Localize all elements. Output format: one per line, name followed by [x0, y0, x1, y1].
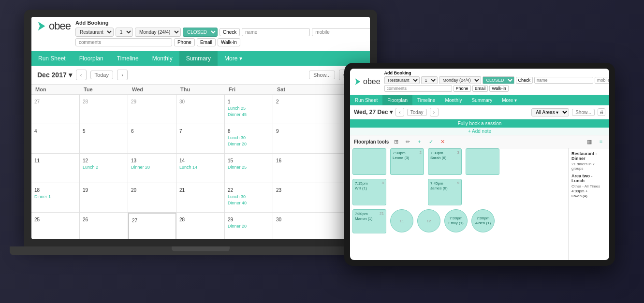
tablet-fp-tool-list[interactable]: ≡: [597, 137, 605, 146]
laptop-status-select[interactable]: CLOSED: [183, 28, 218, 37]
tablet-walkin-btn[interactable]: Walk-in: [489, 85, 509, 92]
tablet-nav-more[interactable]: More ▾: [497, 95, 522, 105]
table-row[interactable]: 27: [128, 213, 176, 239]
laptop-nav-timeline[interactable]: Timeline: [110, 51, 146, 66]
table-row[interactable]: 13 Dinner 20: [128, 154, 176, 183]
table-row[interactable]: 15 Dinner 25: [225, 154, 273, 183]
laptop-nav-runsheet[interactable]: Run Sheet: [31, 51, 73, 66]
table-row[interactable]: 11: [390, 209, 413, 232]
tablet-fp-show-btn[interactable]: Show...: [572, 109, 595, 116]
tablet-check-btn[interactable]: Check: [516, 77, 533, 84]
tablet-phone-btn[interactable]: Phone: [454, 85, 471, 92]
table-row[interactable]: 9 7:45pmJames (8): [428, 179, 462, 205]
tablet-fp-tool-delete[interactable]: ✕: [438, 137, 447, 146]
table-row[interactable]: 21: [176, 183, 225, 212]
table-row[interactable]: 27: [31, 95, 80, 124]
table-row[interactable]: 21 7:30pmManon (1): [352, 209, 386, 233]
tablet-day-select[interactable]: Monday (24/4): [439, 76, 481, 84]
laptop-table-select[interactable]: 1: [116, 28, 133, 37]
tablet-name-input[interactable]: [534, 77, 593, 84]
table-row[interactable]: 7: [176, 124, 225, 153]
tablet-nav-timeline[interactable]: Timeline: [412, 95, 440, 105]
tablet-fp-tool-resize[interactable]: ⊞: [392, 137, 400, 146]
laptop-mobile-input[interactable]: [312, 28, 370, 36]
table-row[interactable]: 18 Dinner 1: [31, 183, 80, 212]
tablet-fp-area-select[interactable]: All Areas ▾: [531, 108, 569, 116]
laptop-nav-more[interactable]: More ▾: [218, 51, 249, 66]
laptop-name-input[interactable]: [242, 28, 310, 36]
laptop-restaurant-select[interactable]: Restaurant: [75, 28, 114, 37]
laptop-walkin-btn[interactable]: Walk-in: [218, 38, 240, 46]
table-row[interactable]: 26: [80, 213, 128, 239]
table-row[interactable]: 14 Lunch 14: [176, 154, 225, 183]
tablet-restaurant-select[interactable]: Restaurant: [384, 76, 420, 84]
tablet-nav-floorplan[interactable]: Floorplan: [382, 95, 412, 105]
table-row[interactable]: 2 7:30pmLeone (3): [390, 148, 424, 175]
tablet-nav-monthly[interactable]: Monthly: [440, 95, 467, 105]
tablet-fp-tool-check[interactable]: ✓: [426, 137, 435, 146]
tablet-email-btn[interactable]: Email: [472, 85, 488, 92]
tablet-fp-next-btn[interactable]: ›: [430, 108, 439, 116]
tablet-fp-tool-edit[interactable]: ✏: [403, 137, 412, 146]
table-row[interactable]: 4: [31, 124, 80, 153]
table-row[interactable]: 12: [417, 209, 440, 232]
table-row[interactable]: 19: [80, 183, 128, 212]
table-row[interactable]: 1 Lunch 25Dinner 45: [225, 95, 273, 124]
laptop-app-header: obee Add Booking Recall Restaurant 1 Mon…: [31, 17, 370, 51]
tablet-fp-print-btn[interactable]: 🖨: [598, 108, 605, 116]
table-row[interactable]: 23: [273, 183, 322, 212]
tablet-fp-date[interactable]: Wed, 27 Dec ▾: [354, 109, 393, 115]
laptop-cal-month[interactable]: Dec 2017 ▾: [37, 71, 72, 79]
table-row[interactable]: 7:00pmAiden (1): [471, 209, 495, 232]
tablet-comments-input[interactable]: [384, 85, 452, 92]
tablet-mobile-input[interactable]: [595, 77, 609, 84]
table-row[interactable]: 3 7:30pmSarah (6): [428, 148, 462, 175]
table-row[interactable]: 28: [80, 95, 128, 124]
table-row[interactable]: 20: [128, 183, 176, 212]
laptop-day-select[interactable]: Monday (24/4): [135, 28, 181, 37]
tablet-fp-tool-grid[interactable]: ▦: [585, 137, 594, 146]
table-row[interactable]: 22 Lunch 30Dinner 40: [225, 183, 273, 212]
tablet-fp-tool-add[interactable]: +: [415, 137, 424, 146]
laptop-nav-monthly[interactable]: Monthly: [146, 51, 179, 66]
table-row[interactable]: 29: [128, 95, 176, 124]
table-row[interactable]: 7:00pmEmily (1): [444, 209, 468, 232]
laptop-phone-btn[interactable]: Phone: [174, 38, 195, 46]
table-row[interactable]: 30: [176, 95, 225, 124]
laptop-comments-input[interactable]: [75, 38, 172, 46]
table-row[interactable]: 30: [273, 213, 322, 239]
table-row[interactable]: 9: [273, 124, 322, 153]
tablet-fp-today-btn[interactable]: Today: [407, 109, 427, 116]
laptop-nav-summary[interactable]: Summary: [179, 51, 218, 66]
table-row[interactable]: 12 Lunch 2: [80, 154, 128, 183]
tablet-nav-runsheet[interactable]: Run Sheet: [350, 95, 382, 105]
table-row[interactable]: [466, 148, 499, 175]
table-row[interactable]: [352, 148, 386, 175]
laptop-cal-next-btn[interactable]: ›: [117, 70, 128, 80]
tablet-table-select[interactable]: 1: [421, 76, 438, 84]
table-row[interactable]: 11: [31, 154, 80, 183]
table-row[interactable]: 25: [31, 213, 80, 239]
laptop-logo: obee: [36, 20, 71, 32]
tablet-fp-sidebar-section-2: Area two - Lunch Other - All Times 4:00p…: [571, 173, 606, 198]
table-row[interactable]: 16: [273, 154, 322, 183]
table-row[interactable]: 29 Dinner 20: [225, 213, 273, 239]
table-row[interactable]: 8 Lunch 30Dinner 20: [225, 124, 273, 153]
table-row[interactable]: 28: [176, 213, 225, 239]
laptop-check-btn[interactable]: Check: [220, 28, 240, 36]
tablet-status-select[interactable]: CLOSED: [483, 76, 514, 84]
laptop-booking-fri2: Lunch 30Dinner 20: [228, 135, 270, 147]
table-row[interactable]: 2: [273, 95, 322, 124]
laptop-email-btn[interactable]: Email: [197, 38, 216, 46]
laptop-cal-prev-btn[interactable]: ‹: [76, 70, 87, 80]
table-row[interactable]: 8 7:15pmWill (1): [352, 179, 386, 205]
table-row[interactable]: 6: [128, 124, 176, 153]
tablet-fp-prev-btn[interactable]: ‹: [395, 108, 404, 116]
tablet-nav-summary[interactable]: Summary: [467, 95, 497, 105]
table-row[interactable]: 5: [80, 124, 128, 153]
laptop-nav-floorplan[interactable]: Floorplan: [73, 51, 110, 66]
tablet-fp-add-note[interactable]: + Add note: [350, 128, 609, 135]
laptop-cal-today-btn[interactable]: Today: [90, 71, 113, 79]
laptop-cal-show-btn[interactable]: Show...: [309, 71, 335, 79]
tablet-fp-session-bar[interactable]: Fully book a session: [350, 119, 609, 128]
